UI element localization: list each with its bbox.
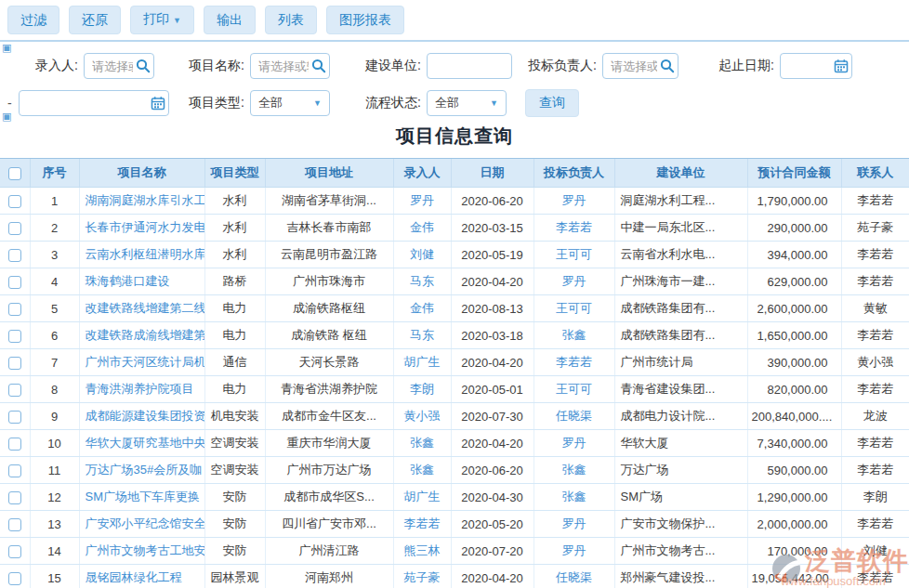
entry-by-link[interactable]: 金伟 xyxy=(410,220,434,234)
row-checkbox[interactable] xyxy=(8,411,21,424)
restore-button[interactable]: 还原 xyxy=(69,6,121,34)
entry-by-link[interactable]: 熊三林 xyxy=(404,543,441,557)
bid-manager-link[interactable]: 王可可 xyxy=(556,247,592,261)
entry-by-link[interactable]: 刘健 xyxy=(410,247,434,261)
bid-manager-link[interactable]: 罗丹 xyxy=(562,274,586,288)
col-header-bid-manager: 投标负责人 xyxy=(534,159,614,188)
bid-manager-link[interactable]: 任晓渠 xyxy=(556,409,592,423)
construction-unit-input[interactable] xyxy=(427,53,512,79)
project-name-link[interactable]: 成都能源建设集团投资 xyxy=(86,409,205,423)
project-address: 四川省广安市邓... xyxy=(265,511,393,538)
row-checkbox[interactable] xyxy=(8,438,21,451)
row-checkbox[interactable] xyxy=(8,518,21,531)
row-checkbox[interactable] xyxy=(8,464,21,477)
row-checkbox[interactable] xyxy=(8,195,21,208)
row-checkbox[interactable] xyxy=(8,491,21,504)
project-name-link[interactable]: 青海洪湖养护院项目 xyxy=(86,382,194,396)
row-checkbox[interactable] xyxy=(8,357,21,370)
bid-manager-link[interactable]: 李若若 xyxy=(556,220,592,234)
project-name-link[interactable]: 湖南洞庭湖水库引水工 xyxy=(86,193,205,207)
row-checkbox[interactable] xyxy=(8,303,21,316)
bid-manager-link[interactable]: 罗丹 xyxy=(562,193,586,207)
row-checkbox-cell xyxy=(0,511,30,538)
project-name-link[interactable]: 万达广场35#会所及咖 xyxy=(86,463,203,477)
select-all-checkbox[interactable] xyxy=(8,167,21,180)
row-number: 1 xyxy=(30,188,79,215)
bid-manager-link[interactable]: 张鑫 xyxy=(562,328,586,342)
contract-amount: 7,340,000.00 xyxy=(747,430,841,457)
project-address: 吉林长春市南部 xyxy=(265,215,393,242)
search-icon[interactable] xyxy=(660,59,675,73)
contact-person: 龙波 xyxy=(841,403,909,430)
print-button[interactable]: 打印▼ xyxy=(130,6,194,34)
entry-by-link[interactable]: 李若若 xyxy=(404,516,441,530)
row-checkbox[interactable] xyxy=(8,249,21,262)
calendar-icon[interactable] xyxy=(151,96,165,111)
bid-manager-link[interactable]: 张鑫 xyxy=(562,463,586,477)
row-checkbox[interactable] xyxy=(8,276,21,289)
entry-by-link[interactable]: 张鑫 xyxy=(410,436,434,450)
project-name-link[interactable]: 改建铁路成渝线增建第 xyxy=(86,328,205,342)
project-name-link-cell: 万达广场35#会所及咖 xyxy=(79,457,204,484)
contact-person: 黄敏 xyxy=(841,295,909,322)
bid-manager-link[interactable]: 李若若 xyxy=(556,355,592,369)
bid-manager-link-cell: 张鑫 xyxy=(534,457,614,484)
bid-manager-link-cell: 罗丹 xyxy=(534,188,614,215)
entry-by-link[interactable]: 胡广生 xyxy=(404,355,441,369)
row-checkbox-cell xyxy=(0,565,30,588)
table-row: 6改建铁路成渝线增建第电力成渝铁路 枢纽马东2020-03-18张鑫成都铁路集团… xyxy=(0,322,909,349)
project-name-link[interactable]: 晟铭园林绿化工程 xyxy=(86,570,182,584)
bid-manager-link[interactable]: 任晓渠 xyxy=(556,570,592,584)
bid-manager-link[interactable]: 罗丹 xyxy=(562,436,586,450)
row-checkbox[interactable] xyxy=(8,222,21,235)
list-view-button[interactable]: 列表 xyxy=(265,6,317,34)
row-number: 11 xyxy=(30,457,79,484)
entry-by-link[interactable]: 金伟 xyxy=(410,301,434,315)
entry-by-link[interactable]: 黄小强 xyxy=(404,409,441,423)
restore-button-label: 还原 xyxy=(82,12,108,27)
bid-manager-link[interactable]: 王可可 xyxy=(556,382,592,396)
chart-report-button[interactable]: 图形报表 xyxy=(326,6,404,34)
project-name-link[interactable]: 广州市文物考古工地安 xyxy=(86,543,205,557)
project-name-link[interactable]: 珠海鹤港口建设 xyxy=(86,274,170,288)
bid-manager-link[interactable]: 王可可 xyxy=(556,301,592,315)
entry-by-link-cell: 李若若 xyxy=(393,511,451,538)
construction-unit: 广州市文物考古... xyxy=(614,538,747,565)
calendar-icon[interactable] xyxy=(834,59,849,73)
project-type-select[interactable]: 全部 ▼ xyxy=(250,90,330,116)
row-checkbox[interactable] xyxy=(8,384,21,397)
entry-by-link[interactable]: 胡广生 xyxy=(404,490,441,503)
date-end-input[interactable] xyxy=(19,90,169,116)
row-checkbox[interactable] xyxy=(8,572,21,585)
bid-manager-link[interactable]: 罗丹 xyxy=(562,516,586,530)
search-icon[interactable] xyxy=(311,59,326,73)
project-name-link-cell: 改建铁路成渝线增建第 xyxy=(79,322,204,349)
project-name-link[interactable]: 云南水利枢纽潜明水库 xyxy=(86,247,205,261)
project-name-link[interactable]: 广州市天河区统计局机 xyxy=(86,355,205,369)
entry-by-link-cell: 黄小强 xyxy=(393,403,451,430)
flow-status-select[interactable]: 全部 ▼ xyxy=(427,90,507,116)
query-button[interactable]: 查询 xyxy=(525,89,579,117)
entry-by-link[interactable]: 张鑫 xyxy=(410,463,434,477)
export-button[interactable]: 输出 xyxy=(204,6,256,34)
bid-manager-link-cell: 李若若 xyxy=(534,215,614,242)
project-name-link[interactable]: SM广场地下车库更换 xyxy=(86,490,201,503)
bid-manager-link[interactable]: 张鑫 xyxy=(562,490,586,503)
contract-amount: 290,000.00 xyxy=(747,215,841,242)
row-checkbox[interactable] xyxy=(8,330,21,343)
entry-by-link[interactable]: 李朗 xyxy=(410,382,434,396)
bid-manager-link[interactable]: 罗丹 xyxy=(562,543,586,557)
entry-by-link[interactable]: 罗丹 xyxy=(410,193,434,207)
project-name-link[interactable]: 长春市伊通河水力发电 xyxy=(86,220,205,234)
entry-by-link[interactable]: 马东 xyxy=(410,274,434,288)
entry-by-link[interactable]: 马东 xyxy=(410,328,434,342)
project-name-link[interactable]: 华软大厦研究基地中央 xyxy=(86,436,205,450)
project-name-link[interactable]: 广安邓小平纪念馆安全 xyxy=(86,516,205,530)
row-number: 8 xyxy=(30,376,79,403)
filter-button[interactable]: 过滤 xyxy=(7,6,59,34)
row-checkbox[interactable] xyxy=(8,545,21,558)
entry-by-link[interactable]: 苑子豪 xyxy=(404,570,441,584)
search-icon[interactable] xyxy=(136,59,151,73)
contact-person: 李若若 xyxy=(841,322,909,349)
project-name-link[interactable]: 改建铁路线增建第二线 xyxy=(86,301,205,315)
